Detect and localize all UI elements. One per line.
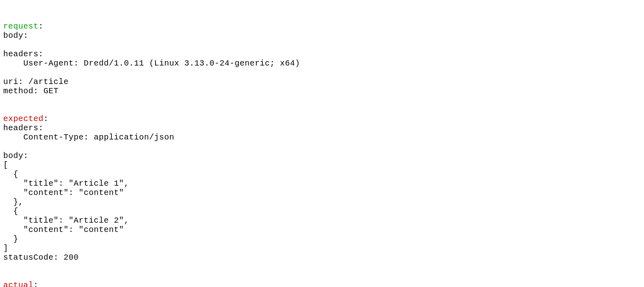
expected-body-line: [ bbox=[3, 160, 8, 170]
expected-headers-label: headers: bbox=[3, 123, 43, 133]
expected-body-line: "title": "Article 2", bbox=[3, 216, 129, 225]
expected-body-label: body: bbox=[3, 151, 29, 160]
expected-body-line: { bbox=[3, 207, 19, 216]
colon: : bbox=[43, 114, 49, 123]
expected-body-line: "content": "content" bbox=[3, 188, 124, 197]
request-body-label: body: bbox=[3, 31, 29, 40]
colon: : bbox=[33, 281, 39, 287]
expected-header-line: Content-Type: application/json bbox=[3, 133, 174, 142]
request-header-line: User-Agent: Dredd/1.0.11 (Linux 3.13.0-2… bbox=[3, 59, 300, 68]
expected-body-line: ] bbox=[3, 244, 8, 253]
request-label: request bbox=[3, 22, 39, 31]
expected-body-line: "title": "Article 1", bbox=[3, 179, 129, 188]
colon: : bbox=[39, 22, 44, 31]
request-headers-label: headers: bbox=[3, 49, 43, 59]
expected-body-line: } bbox=[3, 234, 19, 244]
expected-body-line: }, bbox=[3, 197, 23, 207]
expected-body-line: "content": "content" bbox=[3, 225, 124, 234]
expected-label: expected bbox=[3, 114, 43, 123]
request-uri: uri: /article bbox=[3, 77, 69, 86]
expected-status: statusCode: 200 bbox=[3, 253, 79, 262]
actual-label: actual bbox=[3, 281, 33, 287]
request-method: method: GET bbox=[3, 86, 59, 96]
expected-body-line: { bbox=[3, 170, 19, 179]
